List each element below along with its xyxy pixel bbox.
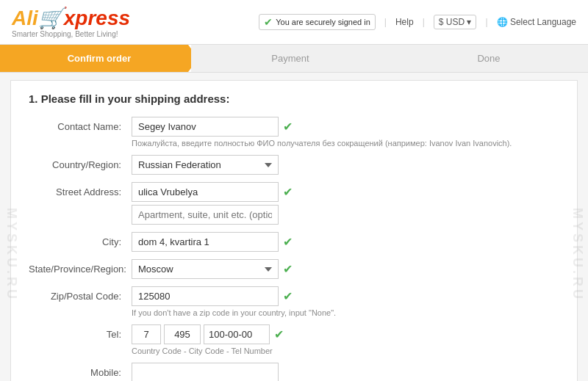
logo: Ali🛒xpress Smarter Shopping, Better Livi… bbox=[12, 6, 130, 38]
city-input[interactable] bbox=[132, 232, 279, 252]
header: Ali🛒xpress Smarter Shopping, Better Livi… bbox=[0, 0, 588, 45]
step-confirm-order[interactable]: Confirm order bbox=[0, 45, 198, 72]
contact-name-label: Contact Name: bbox=[29, 117, 132, 132]
city-check-icon: ✔ bbox=[283, 235, 293, 249]
help-link[interactable]: Help bbox=[395, 17, 414, 27]
page-wrapper: MYSKU.RU MYSKU.RU 1. Please fill in your… bbox=[0, 73, 588, 381]
logo-ali: Ali bbox=[12, 7, 38, 29]
logo-subtext: Smarter Shopping, Better Living! bbox=[12, 30, 130, 38]
country-select[interactable]: Russian Federation United States Germany bbox=[132, 155, 279, 175]
mobile-row: Mobile: bbox=[29, 363, 559, 381]
logo-text: Ali🛒xpress bbox=[12, 6, 130, 30]
step-done-label: Done bbox=[477, 53, 500, 64]
state-label: State/Province/Region: bbox=[29, 259, 132, 275]
step-payment[interactable]: Payment bbox=[191, 45, 390, 72]
currency-button[interactable]: $ USD ▾ bbox=[434, 15, 477, 29]
state-check-icon: ✔ bbox=[283, 262, 293, 276]
city-field: ✔ bbox=[132, 232, 559, 252]
zip-row: Zip/Postal Code: ✔ If you don't have a z… bbox=[29, 286, 559, 317]
contact-name-field: ✔ Пожалуйста, введите полностью ФИО полу… bbox=[132, 117, 559, 148]
mobile-field bbox=[132, 363, 559, 381]
step-done[interactable]: Done bbox=[390, 45, 588, 72]
tel-label: Tel: bbox=[29, 324, 132, 340]
tel-field: ✔ Country Code - City Code - Tel Number bbox=[132, 324, 559, 355]
street-address-field: ✔ bbox=[132, 182, 559, 225]
street-address-row: Street Address: ✔ bbox=[29, 182, 559, 225]
logo-express: xpress bbox=[64, 7, 130, 29]
separator2: | bbox=[423, 17, 425, 27]
section-title: 1. Please fill in your shipping address: bbox=[29, 92, 559, 105]
tel-country-code-input[interactable] bbox=[132, 324, 161, 344]
separator3: | bbox=[485, 17, 487, 27]
contact-name-check-icon: ✔ bbox=[283, 120, 293, 134]
tel-check-icon: ✔ bbox=[274, 327, 284, 341]
state-field: Moscow Saint Petersburg Novosibirsk ✔ bbox=[132, 259, 559, 279]
city-label: City: bbox=[29, 232, 132, 247]
state-row: State/Province/Region: Moscow Saint Pete… bbox=[29, 259, 559, 279]
header-right: ✔ You are securely signed in | Help | $ … bbox=[259, 14, 576, 30]
country-label: Country/Region: bbox=[29, 155, 132, 170]
street-address-optional-input[interactable] bbox=[132, 205, 279, 225]
tel-hint: Country Code - City Code - Tel Number bbox=[132, 346, 559, 355]
zip-input[interactable] bbox=[132, 286, 279, 306]
zip-label: Zip/Postal Code: bbox=[29, 286, 132, 302]
tel-number-input[interactable] bbox=[204, 324, 270, 344]
zip-check-icon: ✔ bbox=[283, 289, 293, 303]
street-address-input[interactable] bbox=[132, 182, 279, 202]
form-section: 1. Please fill in your shipping address:… bbox=[10, 80, 578, 381]
tel-inputs-group bbox=[132, 324, 270, 344]
steps-bar: Confirm order Payment Done bbox=[0, 45, 588, 73]
verified-text: You are securely signed in bbox=[276, 18, 370, 26]
tel-city-code-input[interactable] bbox=[164, 324, 201, 344]
city-row: City: ✔ bbox=[29, 232, 559, 252]
zip-field: ✔ If you don't have a zip code in your c… bbox=[132, 286, 559, 317]
contact-name-row: Contact Name: ✔ Пожалуйста, введите полн… bbox=[29, 117, 559, 148]
country-field: Russian Federation United States Germany bbox=[132, 155, 559, 175]
tel-row: Tel: ✔ Country Code - City Code - Tel Nu… bbox=[29, 324, 559, 355]
step-confirm-label: Confirm order bbox=[68, 53, 132, 64]
separator: | bbox=[384, 17, 387, 27]
step-payment-label: Payment bbox=[271, 53, 309, 64]
street-address-check-icon: ✔ bbox=[283, 185, 293, 199]
mobile-input[interactable] bbox=[132, 363, 279, 381]
state-select[interactable]: Moscow Saint Petersburg Novosibirsk bbox=[132, 259, 279, 279]
verified-badge: ✔ You are securely signed in bbox=[259, 14, 376, 30]
contact-name-input[interactable] bbox=[132, 117, 279, 137]
language-label: Select Language bbox=[510, 17, 576, 27]
language-button[interactable]: 🌐 Select Language bbox=[497, 17, 576, 27]
mobile-label: Mobile: bbox=[29, 363, 132, 378]
zip-hint: If you don't have a zip code in your cou… bbox=[132, 308, 559, 317]
street-address-label: Street Address: bbox=[29, 182, 132, 197]
contact-name-hint: Пожалуйста, введите полностью ФИО получа… bbox=[132, 139, 559, 148]
currency-label: $ USD bbox=[439, 17, 465, 27]
country-row: Country/Region: Russian Federation Unite… bbox=[29, 155, 559, 175]
verified-icon: ✔ bbox=[264, 16, 273, 28]
